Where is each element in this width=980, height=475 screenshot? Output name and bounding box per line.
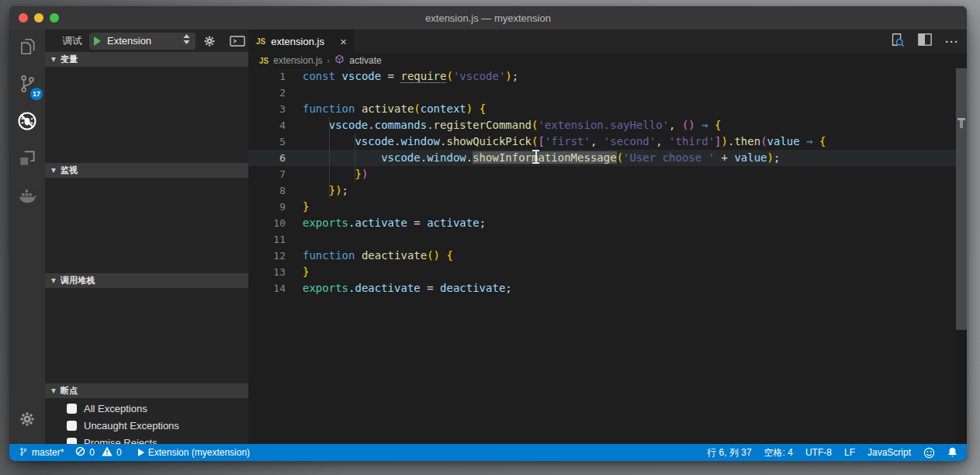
zoom-window-button[interactable] xyxy=(50,13,59,23)
line-content: function activate(context) { xyxy=(286,101,486,117)
editor-pane: JS extension.js × xyxy=(248,29,967,444)
git-branch-status[interactable]: master* xyxy=(19,446,64,459)
section-callstack[interactable]: 调用堆栈 xyxy=(45,273,248,288)
close-window-button[interactable] xyxy=(19,13,28,23)
chevron-expanded-icon xyxy=(51,57,56,62)
code-line-2[interactable]: 2 xyxy=(248,85,967,101)
breakpoint-label: All Exceptions xyxy=(84,403,147,414)
sidebar-item-debug[interactable] xyxy=(9,104,45,141)
indent-guide xyxy=(355,133,355,182)
line-content: } xyxy=(286,264,309,280)
code-line-3[interactable]: 3function activate(context) { xyxy=(248,101,967,117)
code-line-10[interactable]: 10exports.activate = activate; xyxy=(248,215,967,231)
breakpoint-row[interactable]: All Exceptions xyxy=(45,400,248,417)
code-line-12[interactable]: 12function deactivate() { xyxy=(248,248,967,264)
sidebar-item-source-control[interactable]: 17 xyxy=(9,67,45,104)
breakpoint-row[interactable]: Uncaught Exceptions xyxy=(45,417,248,434)
split-editor-icon[interactable] xyxy=(917,33,933,50)
branch-icon xyxy=(19,446,28,459)
line-number: 3 xyxy=(248,101,286,117)
checkbox-unchecked[interactable] xyxy=(67,404,77,414)
line-content: exports.activate = activate; xyxy=(286,215,486,231)
minimize-window-button[interactable] xyxy=(34,13,43,23)
play-icon xyxy=(138,449,144,456)
vscode-window: extension.js — myextension xyxy=(9,6,967,461)
code-line-9[interactable]: 9} xyxy=(248,199,967,215)
eol-status[interactable]: LF xyxy=(844,447,855,458)
launch-config-dropdown[interactable]: Extension xyxy=(89,33,196,50)
code-editor[interactable]: 1const vscode = require('vscode');23func… xyxy=(248,68,967,444)
start-debug-icon[interactable] xyxy=(94,36,101,46)
scrollbar-thumb[interactable] xyxy=(956,68,967,330)
breakpoint-label: Uncaught Exceptions xyxy=(84,420,179,432)
line-content: }) xyxy=(286,166,368,182)
more-actions-icon[interactable]: ··· xyxy=(945,35,959,48)
line-number: 5 xyxy=(248,133,286,150)
overview-ruler-mark xyxy=(957,118,965,129)
breakpoint-label: Promise Rejects xyxy=(84,437,158,445)
window-title: extension.js — myextension xyxy=(425,12,551,24)
checkbox-unchecked[interactable] xyxy=(67,421,77,431)
open-preview-icon[interactable] xyxy=(889,32,905,50)
variables-panel xyxy=(45,67,248,163)
breakpoint-row[interactable]: Promise Rejects xyxy=(45,434,248,444)
line-content xyxy=(286,231,303,248)
tab-extension-js[interactable]: JS extension.js × xyxy=(248,29,355,53)
section-variables[interactable]: 变量 xyxy=(45,52,248,67)
code-line-6[interactable]: 6 vscode.window.showInformationMessage('… xyxy=(248,150,967,166)
sidebar-item-explorer[interactable] xyxy=(9,29,45,67)
code-line-1[interactable]: 1const vscode = require('vscode'); xyxy=(248,68,967,85)
debug-console-icon[interactable] xyxy=(230,35,245,47)
code-line-14[interactable]: 14exports.deactivate = deactivate; xyxy=(248,280,967,296)
error-icon xyxy=(75,446,85,459)
manage-button[interactable] xyxy=(9,405,45,436)
section-variables-label: 变量 xyxy=(61,54,78,65)
code-line-7[interactable]: 7 }) xyxy=(248,166,967,182)
indentation-status[interactable]: 空格: 4 xyxy=(764,446,793,459)
problems-status[interactable]: 0 0 xyxy=(75,446,121,459)
indent-guide xyxy=(329,117,330,199)
mouse-ibeam-cursor xyxy=(532,150,539,164)
sidebar-item-extensions[interactable] xyxy=(9,141,45,179)
code-line-5[interactable]: 5 vscode.window.showQuickPick(['first', … xyxy=(248,133,967,150)
debug-icon xyxy=(16,110,38,135)
close-tab-icon[interactable]: × xyxy=(340,36,347,47)
breadcrumb-file[interactable]: extension.js xyxy=(273,55,322,66)
warning-icon xyxy=(102,446,113,459)
checkbox-unchecked[interactable] xyxy=(67,438,77,445)
code-line-11[interactable]: 11 xyxy=(248,231,967,248)
configure-gear-icon[interactable] xyxy=(203,34,216,48)
line-number: 14 xyxy=(248,280,286,296)
chevron-expanded-icon xyxy=(51,168,56,173)
code-line-13[interactable]: 13} xyxy=(248,264,967,280)
files-icon xyxy=(17,36,37,60)
notifications-bell-icon[interactable] xyxy=(947,447,957,458)
cursor-position-status[interactable]: 行 6, 列 37 xyxy=(707,446,751,459)
line-number: 9 xyxy=(248,199,286,215)
line-content: exports.deactivate = deactivate; xyxy=(286,280,512,296)
callstack-panel xyxy=(45,288,248,383)
encoding-status[interactable]: UTF-8 xyxy=(805,447,832,458)
activity-bar: 17 xyxy=(9,29,45,444)
watch-panel xyxy=(45,178,248,273)
tab-label: extension.js xyxy=(271,36,324,47)
sidebar-item-docker[interactable] xyxy=(9,179,45,216)
feedback-smiley-icon[interactable] xyxy=(923,447,935,459)
section-callstack-label: 调用堆栈 xyxy=(61,275,95,286)
scm-badge: 17 xyxy=(30,88,43,100)
breadcrumb-symbol[interactable]: activate xyxy=(349,55,381,66)
line-number: 12 xyxy=(248,248,286,264)
code-line-4[interactable]: 4 vscode.commands.registerCommand('exten… xyxy=(248,117,967,133)
breadcrumb[interactable]: JS extension.js › activate xyxy=(248,53,967,68)
debug-launch-status[interactable]: Extension (myextension) xyxy=(138,447,250,458)
section-watch[interactable]: 监视 xyxy=(45,163,248,178)
line-number: 8 xyxy=(248,182,286,199)
line-number: 2 xyxy=(248,85,286,101)
docker-icon xyxy=(16,185,38,210)
warning-count: 0 xyxy=(116,447,122,458)
line-number: 4 xyxy=(248,117,286,133)
section-breakpoints[interactable]: 断点 xyxy=(45,383,248,398)
chevron-expanded-icon xyxy=(51,279,56,283)
code-line-8[interactable]: 8 }); xyxy=(248,182,967,199)
language-mode-status[interactable]: JavaScript xyxy=(867,447,911,458)
